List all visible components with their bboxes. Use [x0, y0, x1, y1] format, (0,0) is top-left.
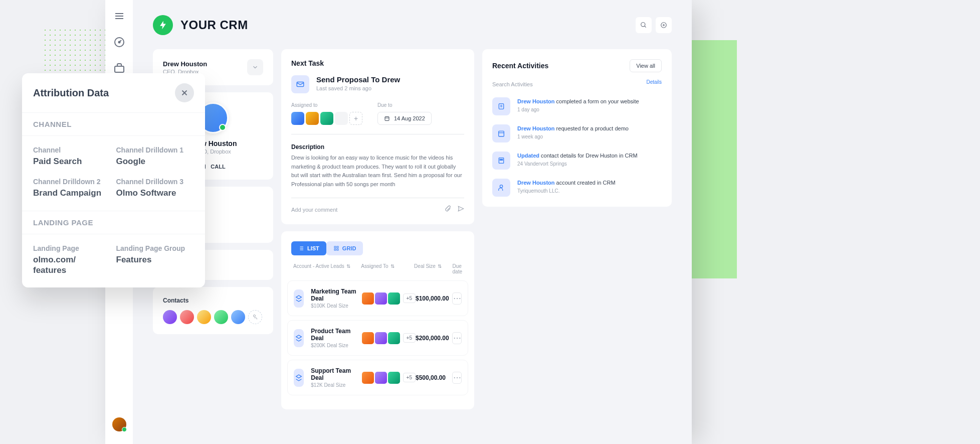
- activity-icon: [492, 97, 510, 115]
- logo-group: YOUR CRM: [153, 15, 248, 35]
- add-button[interactable]: [656, 17, 672, 33]
- th-account[interactable]: Account - Active Leads⇅: [293, 263, 361, 274]
- add-contact-button[interactable]: [248, 310, 262, 324]
- assignee-group: +: [291, 112, 362, 125]
- svg-point-4: [118, 42, 120, 43]
- col-right: Recent Activities View all Search Activi…: [482, 49, 672, 409]
- deal-avatar[interactable]: [388, 372, 400, 384]
- svg-rect-30: [500, 159, 501, 160]
- deal-size: $500,00.00: [416, 374, 452, 381]
- deal-more[interactable]: +5: [403, 373, 416, 382]
- due-date-picker[interactable]: 14 Aug 2022: [377, 112, 432, 125]
- activity-item[interactable]: Drew Houston completed a form on your we…: [492, 97, 662, 115]
- activity-text: Drew Houston requested for a product dem…: [517, 124, 629, 133]
- svg-rect-23: [337, 249, 338, 250]
- contact-avatar[interactable]: [163, 310, 177, 324]
- brand-name: YOUR CRM: [180, 18, 248, 32]
- view-all-button[interactable]: View all: [630, 59, 662, 72]
- send-icon[interactable]: [457, 205, 464, 214]
- deal-sub: $200K Deal Size: [311, 343, 361, 348]
- close-button[interactable]: [175, 83, 194, 102]
- contact-avatar[interactable]: [231, 310, 245, 324]
- columns: Drew Houston CEO, Dropbox Drew Houston C…: [153, 49, 672, 409]
- deals-table-head: Account - Active Leads⇅ Assigned To⇅ Dea…: [287, 263, 468, 280]
- activity-text: Drew Houston account created in CRM: [517, 179, 616, 187]
- svg-rect-21: [337, 246, 338, 248]
- deal-more[interactable]: +5: [403, 293, 416, 303]
- search-activities-input[interactable]: Search Activities: [492, 81, 533, 87]
- deal-title: Marketing Team Deal: [311, 288, 361, 302]
- deal-menu-button[interactable]: ⋯: [452, 292, 462, 305]
- user-avatar[interactable]: [112, 417, 126, 431]
- contact-avatar[interactable]: [180, 310, 194, 324]
- assignee-avatar[interactable]: [335, 112, 348, 125]
- deal-avatar[interactable]: [388, 292, 400, 305]
- activities-body: Drew Houston completed a form on your we…: [492, 97, 662, 197]
- deal-more[interactable]: +5: [403, 333, 416, 343]
- topbar-actions: [636, 17, 672, 33]
- th-due[interactable]: Due date: [453, 263, 462, 274]
- assignee-avatar[interactable]: [291, 112, 304, 125]
- activity-time: 24 Vandervort Springs: [517, 161, 638, 167]
- attribution-modal: Attribution Data CHANNEL Channel Paid Se…: [22, 73, 205, 287]
- deal-avatar[interactable]: [362, 292, 374, 305]
- activity-item[interactable]: Updated contact details for Drew Huston …: [492, 152, 662, 170]
- search-button[interactable]: [636, 17, 652, 33]
- deal-avatar[interactable]: [388, 332, 400, 344]
- add-assignee-button[interactable]: +: [349, 112, 362, 125]
- mail-icon: [291, 75, 309, 93]
- due-date-value: 14 Aug 2022: [394, 115, 425, 121]
- svg-marker-16: [458, 207, 464, 211]
- deals-body: Marketing Team Deal$100K Deal Size +5 $1…: [287, 280, 468, 395]
- contacts-avatars: [163, 310, 263, 324]
- deal-avatar[interactable]: [375, 332, 387, 344]
- activity-text: Drew Houston completed a form on your we…: [517, 97, 639, 106]
- deal-sub: $100K Deal Size: [311, 303, 361, 309]
- th-size[interactable]: Deal Size⇅: [414, 263, 452, 274]
- details-link[interactable]: Details: [646, 79, 662, 85]
- deal-menu-button[interactable]: ⋯: [452, 332, 462, 344]
- svg-rect-20: [334, 246, 336, 248]
- assignee-avatar[interactable]: [306, 112, 319, 125]
- list-view-button[interactable]: LIST: [291, 241, 326, 255]
- main: YOUR CRM Drew Houston CEO, Dropbox: [133, 0, 692, 444]
- deals-card: LIST GRID Account - Active Leads⇅ Assign…: [281, 231, 474, 409]
- contact-dropdown[interactable]: [247, 59, 263, 75]
- activity-icon: [492, 179, 510, 197]
- comment-input[interactable]: Add your comment: [291, 207, 444, 213]
- deal-assignees: +5: [362, 332, 416, 344]
- deal-size: $200,000.00: [416, 335, 452, 342]
- deal-avatar[interactable]: [362, 372, 374, 384]
- deal-sub: $12K Deal Size: [311, 382, 361, 388]
- assigned-label: Assigned to: [291, 102, 362, 108]
- field-landing-page: Landing Page olmo.com/ features: [33, 244, 111, 276]
- hamburger-icon[interactable]: [113, 10, 125, 22]
- svg-rect-14: [385, 117, 389, 121]
- deal-menu-button[interactable]: ⋯: [452, 372, 462, 384]
- deal-avatar[interactable]: [375, 372, 387, 384]
- deal-row[interactable]: Product Team Deal$200K Deal Size +5 $200…: [287, 320, 468, 356]
- col-mid: Next Task Send Proposal To Drew Last sav…: [281, 49, 474, 409]
- briefcase-icon[interactable]: [113, 62, 125, 74]
- field-drilldown-3: Channel Drilldown 3 Olmo Software: [116, 178, 194, 198]
- field-drilldown-2: Channel Drilldown 2 Brand Campaign: [33, 178, 111, 198]
- task-saved: Last saved 2 mins ago: [316, 85, 400, 91]
- th-assigned[interactable]: Assigned To⇅: [361, 263, 414, 274]
- task-title: Send Proposal To Drew: [316, 75, 400, 84]
- contact-avatar[interactable]: [197, 310, 211, 324]
- grid-view-button[interactable]: GRID: [326, 241, 363, 255]
- deal-row[interactable]: Support Team Deal$12K Deal Size +5 $500,…: [287, 360, 468, 395]
- assignee-avatar[interactable]: [320, 112, 333, 125]
- task-card: Next Task Send Proposal To Drew Last sav…: [281, 49, 474, 224]
- activity-item[interactable]: Drew Houston requested for a product dem…: [492, 124, 662, 142]
- call-label: CALL: [211, 164, 225, 170]
- deal-avatar[interactable]: [375, 292, 387, 305]
- attach-icon[interactable]: [444, 205, 451, 214]
- svg-line-7: [645, 26, 646, 28]
- deal-row[interactable]: Marketing Team Deal$100K Deal Size +5 $1…: [287, 280, 468, 316]
- activity-item[interactable]: Drew Houston account created in CRM Tyri…: [492, 179, 662, 197]
- deal-avatar[interactable]: [362, 332, 374, 344]
- gauge-icon[interactable]: [113, 36, 125, 48]
- contacts-label: Contacts: [163, 297, 263, 304]
- contact-avatar[interactable]: [214, 310, 228, 324]
